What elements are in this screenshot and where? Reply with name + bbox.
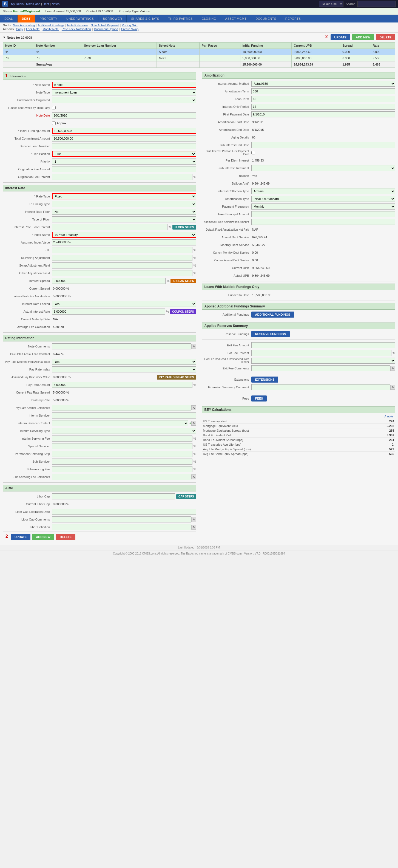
special-servicer-input[interactable] — [52, 443, 192, 449]
update-button-top[interactable]: UPDATE — [331, 34, 350, 40]
libor-cap-comments-edit-icon[interactable]: ✎ — [191, 517, 196, 522]
interest-rate-locked-select[interactable]: Yes — [52, 301, 196, 307]
tab-borrower[interactable]: BORROWER — [98, 15, 127, 23]
table-row[interactable]: 78787578Mezz5,000,000.005,000,000.006.00… — [3, 55, 395, 61]
delete-button-bottom[interactable]: DELETE — [56, 534, 75, 540]
libor-definition-edit-icon[interactable]: ✎ — [191, 525, 196, 530]
priority-select[interactable]: 1 — [52, 158, 196, 164]
loan-term-input[interactable] — [251, 96, 396, 102]
actual-interest-rate-input[interactable] — [52, 309, 165, 315]
tab-third-parties[interactable]: THIRD PARTIES — [164, 15, 197, 23]
update-button-bottom[interactable]: UPDATE — [11, 534, 30, 540]
stub-interest-treatment-select[interactable] — [251, 165, 396, 171]
libor-definition-input[interactable] — [52, 524, 191, 530]
libor-cap-input[interactable] — [52, 493, 175, 499]
interest-spread-input[interactable] — [52, 278, 166, 284]
fixed-principal-amount-input[interactable] — [251, 211, 396, 217]
delete-button-top[interactable]: DELETE — [376, 34, 395, 40]
link-note-accounting[interactable]: Note Accounting — [13, 24, 35, 27]
subservicing-fee-input[interactable] — [52, 466, 192, 472]
reserve-fundings-button[interactable]: RESERVE FUNDINGS — [251, 331, 290, 337]
note-name-input[interactable] — [52, 82, 196, 88]
interest-accrual-method-select[interactable]: Actual/360 — [251, 81, 396, 87]
breadcrumb-mydeals[interactable]: My Deals — [11, 2, 24, 5]
pay-rate-different-select[interactable]: Yes — [52, 359, 196, 365]
tab-property[interactable]: PROPERTY — [35, 15, 62, 23]
payment-frequency-select[interactable]: Monthly — [251, 204, 396, 210]
search-input[interactable] — [358, 1, 396, 7]
link-copy[interactable]: Copy — [16, 27, 23, 31]
origination-fee-percent-input[interactable] — [52, 174, 192, 180]
link-lock-note[interactable]: Lock Note — [26, 27, 40, 31]
extension-summary-comment-edit-icon[interactable]: ✎ — [390, 385, 395, 390]
breadcrumb-notes[interactable]: Notes — [52, 2, 60, 5]
interest-collection-type-select[interactable]: Arrears — [251, 188, 396, 194]
approx-checkbox[interactable] — [52, 122, 56, 125]
interim-servicer-input[interactable] — [52, 412, 196, 418]
tab-closing[interactable]: CLOSING — [197, 15, 221, 23]
link-document-upload[interactable]: Document Upload — [94, 27, 118, 31]
extensions-button[interactable]: EXTENSIONS — [251, 376, 278, 382]
libor-cap-expiration-input[interactable] — [52, 509, 196, 515]
pay-rate-amount-input[interactable] — [52, 382, 192, 388]
link-note-extension[interactable]: Note Extension — [67, 24, 88, 27]
permanent-servicing-strip-input[interactable] — [52, 451, 192, 457]
tab-reports[interactable]: REPORTS — [281, 15, 305, 23]
stub-interest-end-date-input[interactable] — [251, 142, 396, 148]
rl-pricing-type-select[interactable] — [52, 201, 196, 207]
interest-only-period-input[interactable] — [251, 104, 396, 110]
link-additional-fundings[interactable]: Additional Fundings — [38, 24, 64, 27]
tab-shares-chats[interactable]: SHARES & CHATS — [127, 15, 164, 23]
exit-fee-reduced-select[interactable] — [251, 358, 396, 364]
tab-deal[interactable]: DEAL — [0, 15, 18, 23]
first-payment-date-input[interactable] — [251, 111, 396, 117]
swap-adjustment-input[interactable] — [52, 262, 192, 269]
additional-fixed-amortization-input[interactable] — [251, 219, 396, 225]
breadcrumb-mixeduse[interactable]: Mixed Use — [26, 2, 40, 5]
link-pricing-grid[interactable]: Pricing Grid — [122, 24, 137, 27]
pay-rate-spread-steps-button[interactable]: PAY RATE SPREAD STEPS — [157, 375, 196, 379]
link-create-swap[interactable]: Create Swap — [121, 27, 139, 31]
ftl-input[interactable] — [52, 247, 192, 253]
interest-rate-floor-select[interactable]: No — [52, 209, 196, 215]
interest-rate-floor-percent-input[interactable] — [52, 224, 167, 230]
purchased-originated-select[interactable] — [52, 97, 196, 103]
sub-servicer-input[interactable] — [52, 459, 192, 465]
spread-steps-button[interactable]: SPREAD STEPS — [170, 279, 196, 283]
rl-pricing-adjustment-input[interactable] — [52, 255, 192, 261]
coupon-steps-button[interactable]: COUPON STEPS — [170, 309, 196, 314]
deal-type-select[interactable]: Mixed Use — [319, 1, 343, 7]
exit-fee-comments-edit-icon[interactable]: ✎ — [390, 366, 395, 371]
tab-documents[interactable]: DOCUMENTS — [251, 15, 281, 23]
add-new-button-bottom[interactable]: ADD NEW — [32, 534, 54, 540]
link-rate-lock-notification[interactable]: Rate Lock Notification — [62, 27, 91, 31]
interim-servicing-fee-input[interactable] — [52, 435, 192, 441]
breadcrumb-debt[interactable]: Debt — [43, 2, 49, 5]
contact-edit-icon[interactable]: ✎ — [191, 421, 196, 426]
fees-button[interactable]: FEES — [251, 396, 267, 402]
floor-steps-button[interactable]: FLOOR STEPS — [172, 225, 196, 229]
link-note-actual-payment[interactable]: Note Actual Payment — [91, 24, 119, 27]
origination-fee-amount-input[interactable] — [52, 166, 196, 172]
exit-fee-percent-input[interactable] — [251, 350, 392, 356]
funded-third-party-checkbox[interactable] — [52, 106, 56, 110]
table-row[interactable]: 4444A note10,500,000.009,864,243.690.000… — [3, 49, 395, 55]
note-type-select[interactable]: Investment Loan — [52, 89, 196, 95]
tab-asset-mgmt[interactable]: ASSET MGMT — [221, 15, 251, 23]
note-date-label[interactable]: Note Date — [3, 114, 52, 117]
servicer-loan-input[interactable] — [52, 143, 196, 149]
add-new-button-top[interactable]: ADD NEW — [352, 34, 374, 40]
amortization-type-select[interactable]: Initial IO+Standard — [251, 196, 396, 202]
rate-type-select[interactable]: Fixed — [52, 193, 196, 199]
lien-position-select[interactable]: First — [52, 151, 196, 157]
note-comments-edit-icon[interactable]: ✎ — [191, 344, 196, 349]
sub-servicing-fee-edit-icon[interactable]: ✎ — [191, 474, 196, 479]
pay-rate-index-select[interactable] — [52, 366, 196, 372]
note-comments-input[interactable] — [52, 343, 191, 349]
note-date-input[interactable] — [52, 113, 196, 119]
other-adjustment-input[interactable] — [52, 270, 192, 276]
pay-rate-accrual-edit-icon[interactable]: ✎ — [191, 405, 196, 410]
interim-servicing-type-select[interactable] — [52, 428, 196, 434]
sub-servicing-fee-comments-input[interactable] — [52, 474, 191, 480]
pay-rate-accrual-comments-input[interactable] — [52, 405, 191, 411]
